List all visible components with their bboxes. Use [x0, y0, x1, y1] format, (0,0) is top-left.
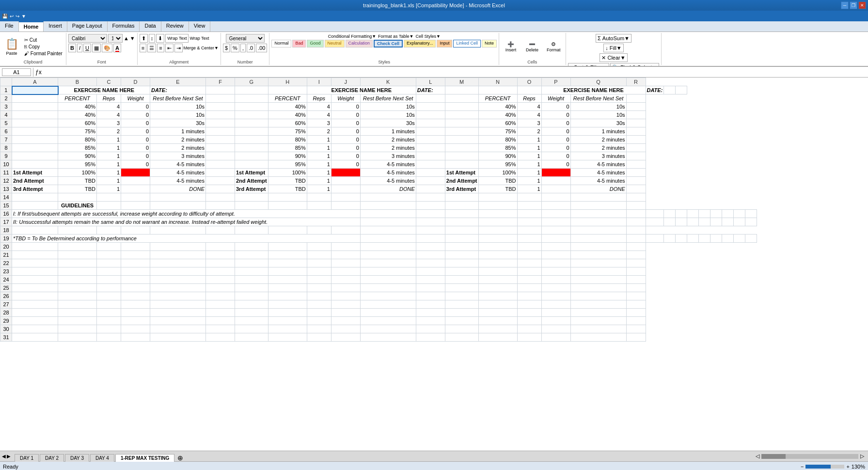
cell-D28[interactable] [121, 309, 150, 317]
cell-P16[interactable] [722, 210, 734, 218]
cell-O7[interactable]: 1 [517, 136, 541, 144]
cell-P17[interactable] [722, 218, 734, 226]
cell-P15[interactable] [541, 202, 570, 210]
cell-styles-button[interactable]: Cell Styles▼ [415, 34, 440, 39]
cell-R3[interactable] [626, 103, 646, 111]
cell-A5[interactable] [12, 119, 58, 127]
cell-O3[interactable]: 4 [517, 103, 541, 111]
cell-E21[interactable] [150, 251, 206, 259]
cell-G8[interactable] [235, 144, 268, 152]
cell-G10[interactable] [235, 160, 268, 169]
cell-N11[interactable]: 100% [478, 169, 517, 177]
cell-E20[interactable] [150, 243, 206, 251]
cell-N23[interactable] [478, 267, 517, 276]
cell-O13[interactable]: 1 [517, 185, 541, 193]
cell-B13[interactable]: TBD [58, 185, 97, 193]
cell-C9[interactable]: 1 [97, 152, 121, 160]
cell-B17[interactable] [360, 218, 416, 226]
cell-C25[interactable] [97, 284, 121, 292]
cell-N12[interactable]: TBD [478, 177, 517, 185]
cell-P10[interactable]: 0 [541, 160, 570, 169]
increase-indent-button[interactable]: ⇥ [174, 44, 183, 52]
col-header-L[interactable]: L [416, 78, 445, 86]
cell-D17[interactable] [445, 218, 478, 226]
cell-L16[interactable] [676, 210, 687, 218]
cell-Q6[interactable]: 1 minutes [570, 127, 626, 136]
cell-L14[interactable] [416, 193, 445, 202]
cell-I22[interactable] [307, 259, 331, 267]
align-center-button[interactable]: ☰ [147, 44, 156, 52]
cell-F23[interactable] [206, 267, 235, 276]
col-header-C[interactable]: C [97, 78, 121, 86]
cell-G23[interactable] [235, 267, 268, 276]
cell-L2[interactable] [416, 94, 445, 103]
cell-N7[interactable]: 80% [478, 136, 517, 144]
cell-H16[interactable] [570, 210, 626, 218]
cell-G16[interactable] [541, 210, 570, 218]
cell-O12[interactable]: 1 [517, 177, 541, 185]
cell-A24[interactable] [12, 276, 58, 284]
cell-J16[interactable] [646, 210, 664, 218]
cell-D15[interactable] [121, 202, 150, 210]
sheet-tab-day4[interactable]: DAY 4 [90, 454, 114, 462]
cell-B3[interactable]: 40% [58, 103, 97, 111]
cell-H13[interactable]: TBD [268, 185, 307, 193]
cell-E14[interactable] [150, 193, 206, 202]
cell-B10[interactable]: 95% [58, 160, 97, 169]
cell-B16[interactable] [360, 210, 416, 218]
col-header-I[interactable]: I [307, 78, 331, 86]
cell-E26[interactable] [150, 292, 206, 300]
cell-N17[interactable] [699, 218, 710, 226]
font-size-select[interactable]: 11 [108, 34, 123, 43]
cell-B6[interactable]: 75% [58, 127, 97, 136]
col-header-H[interactable]: H [268, 78, 307, 86]
cell-R7[interactable] [626, 136, 646, 144]
col-header-F[interactable]: F [206, 78, 235, 86]
cell-A31[interactable] [12, 333, 58, 342]
currency-button[interactable]: $ [223, 44, 230, 52]
tab-insert[interactable]: Insert [44, 21, 67, 31]
wrap-text-label[interactable]: Wrap Text [189, 36, 209, 41]
cell-G21[interactable] [235, 251, 268, 259]
row-header-18[interactable]: 18 [0, 226, 12, 235]
cell-P6[interactable]: 0 [541, 127, 570, 136]
cell-D23[interactable] [121, 267, 150, 276]
cell-M10[interactable] [445, 160, 478, 169]
cell-R27[interactable] [626, 300, 646, 309]
delete-button[interactable]: ➖ Delete [522, 40, 542, 53]
close-button[interactable]: ✕ [858, 1, 866, 9]
cell-N5[interactable]: 60% [478, 119, 517, 127]
cell-B5[interactable]: 60% [58, 119, 97, 127]
cell-Q12[interactable]: 4-5 minutes [570, 177, 626, 185]
decrease-font-button[interactable]: ▼ [130, 35, 135, 41]
zoom-out-button[interactable]: − [801, 464, 804, 470]
cell-K13[interactable]: DONE [360, 185, 416, 193]
cell-O11[interactable]: 1 [517, 169, 541, 177]
cell-A14[interactable] [12, 193, 58, 202]
cell-C2[interactable]: Reps [97, 94, 121, 103]
conditional-formatting-button[interactable]: Conditional Formatting▼ [328, 34, 376, 39]
cell-O18[interactable] [517, 226, 541, 235]
cell-J4[interactable]: 0 [331, 111, 360, 119]
cell-H29[interactable] [268, 317, 307, 325]
cell-E6[interactable]: 1 minutes [150, 127, 206, 136]
row-header-8[interactable]: 8 [0, 144, 12, 152]
cell-D7[interactable]: 0 [121, 136, 150, 144]
cell-P7[interactable]: 0 [541, 136, 570, 144]
cell-F19[interactable] [517, 235, 541, 243]
cell-Q31[interactable] [570, 333, 626, 342]
style-linked-cell[interactable]: Linked Cell [453, 40, 481, 47]
increase-decimal-button[interactable]: .00 [256, 44, 267, 52]
cell-I13[interactable]: 1 [307, 185, 331, 193]
cell-A23[interactable] [12, 267, 58, 276]
cell-B29[interactable] [58, 317, 97, 325]
sheet-tab-day2[interactable]: DAY 2 [40, 454, 64, 462]
cell-H15[interactable] [268, 202, 307, 210]
cell-Q25[interactable] [570, 284, 626, 292]
cell-Q4[interactable]: 10s [570, 111, 626, 119]
cell-R26[interactable] [626, 292, 646, 300]
cell-L8[interactable] [416, 144, 445, 152]
cell-P24[interactable] [541, 276, 570, 284]
cell-G27[interactable] [235, 300, 268, 309]
cell-Q19[interactable] [734, 235, 745, 243]
